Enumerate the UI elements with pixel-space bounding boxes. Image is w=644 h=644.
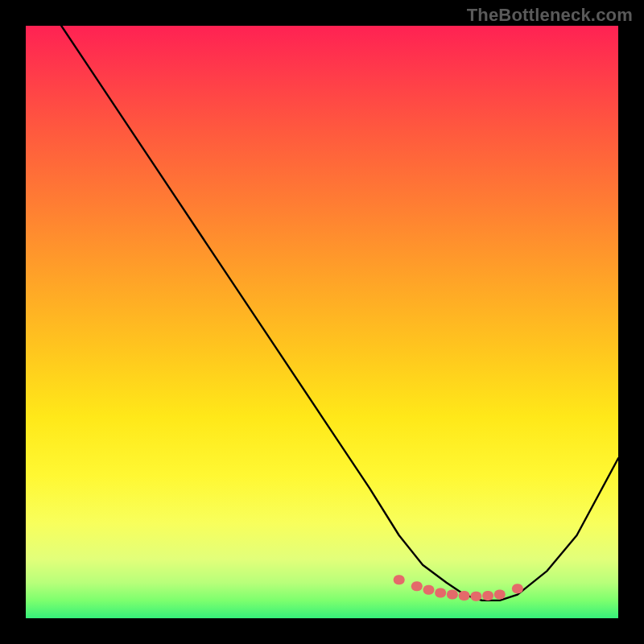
watermark-text: TheBottleneck.com bbox=[467, 5, 633, 26]
highlight-dot bbox=[459, 591, 470, 601]
highlight-dot bbox=[411, 581, 423, 591]
chart-frame: TheBottleneck.com bbox=[0, 0, 644, 644]
chart-svg bbox=[26, 26, 618, 618]
plot-area bbox=[26, 26, 618, 618]
highlight-dot bbox=[494, 590, 506, 600]
highlight-dot bbox=[394, 575, 405, 584]
highlight-markers bbox=[394, 575, 523, 601]
highlight-dot bbox=[482, 591, 493, 601]
highlight-dot bbox=[512, 584, 523, 593]
highlight-dot bbox=[423, 585, 435, 595]
highlight-dot bbox=[447, 590, 458, 600]
curve-line bbox=[61, 26, 618, 601]
highlight-dot bbox=[470, 592, 481, 601]
highlight-dot bbox=[435, 588, 446, 597]
